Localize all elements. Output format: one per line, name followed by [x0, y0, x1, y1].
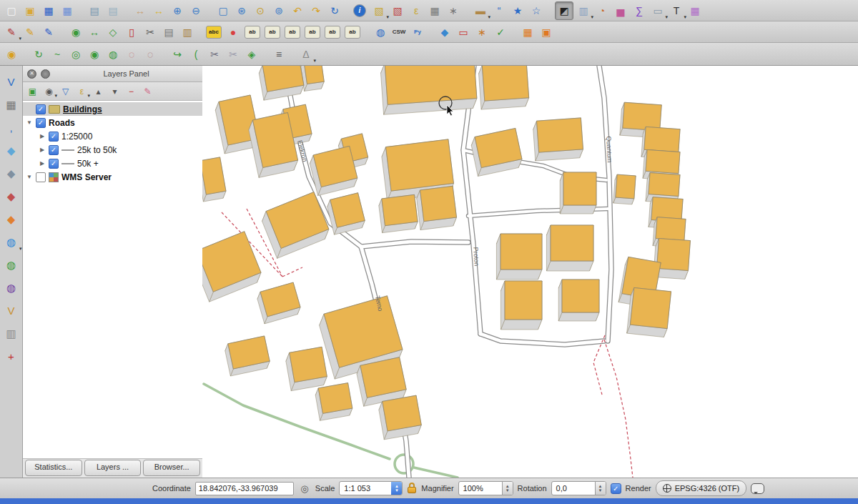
mouse-position-icon[interactable] — [298, 482, 311, 495]
labeling-abc-icon[interactable]: abc — [206, 26, 222, 39]
zoom-out-icon[interactable]: ⊖ — [187, 2, 204, 19]
extent-capture-icon[interactable]: ▭ — [455, 24, 472, 41]
close-panel-button[interactable]: ✕ — [27, 69, 36, 79]
save-layer-edits-icon[interactable]: ✎ — [40, 24, 57, 41]
add-vector-layer-icon[interactable]: V — [2, 72, 21, 91]
expand-all-icon[interactable]: ▴ — [92, 84, 105, 98]
merge-features-icon[interactable]: ◈ — [243, 46, 260, 63]
node-tool-icon[interactable]: ◇ — [104, 24, 122, 41]
labeling-options-icon[interactable]: ▥ — [575, 2, 592, 19]
add-oracle-layer-icon[interactable]: ◆ — [2, 209, 21, 228]
composer-manager-icon[interactable]: ▤ — [104, 2, 122, 19]
add-raster-layer-icon[interactable]: ▦ — [2, 95, 21, 114]
select-features-icon[interactable]: ▧ — [370, 2, 388, 19]
open-project-icon[interactable]: ▣ — [21, 2, 39, 19]
measure-icon[interactable]: ▬ — [472, 2, 489, 19]
field-calculator-icon[interactable]: ∗ — [445, 2, 462, 19]
zoom-in-icon[interactable]: ⊕ — [169, 2, 186, 19]
diagrams-icon[interactable]: ◔ — [593, 2, 611, 19]
chart-statistics-icon[interactable]: ▅ — [612, 2, 629, 19]
current-edits-icon[interactable]: ✎ — [3, 24, 20, 41]
render-checkbox[interactable] — [611, 483, 621, 494]
coordinate-input[interactable] — [195, 482, 294, 495]
layer-checkbox[interactable] — [36, 118, 46, 128]
simplify-feature-icon[interactable]: ~ — [49, 46, 66, 63]
map-canvas[interactable]: ElekronTemoProtonQuantum — [202, 66, 858, 478]
zoom-full-icon[interactable]: ⊛ — [233, 2, 250, 19]
add-group-icon[interactable]: ▣ — [26, 84, 39, 98]
osm-place-search-icon[interactable]: ▦ — [686, 2, 704, 19]
layer-item-roads[interactable]: ▼Roads — [23, 116, 202, 129]
add-ring-icon[interactable]: ◎ — [67, 46, 84, 63]
panel-tab-layers[interactable]: Layers ... — [84, 460, 142, 476]
add-virtual-layer-icon[interactable]: ▥ — [2, 324, 21, 342]
deselect-features-icon[interactable]: ▧ — [389, 2, 406, 19]
collapse-all-icon[interactable]: ▾ — [108, 84, 122, 98]
merge-attributes-icon[interactable]: ≡ — [270, 46, 287, 63]
new-bookmark-icon[interactable]: ★ — [509, 2, 526, 19]
layer-checkbox[interactable] — [49, 145, 59, 155]
panel-tab-browser[interactable]: Browser... — [143, 460, 200, 476]
zoom-actual-icon[interactable]: ▢ — [214, 2, 232, 19]
label-rotate-icon[interactable]: ab — [305, 26, 320, 39]
delete-part-icon[interactable]: ◌ — [142, 46, 159, 63]
save-project-as-icon[interactable]: ▦ — [59, 2, 76, 19]
add-delimited-text-layer-icon[interactable]: , — [2, 118, 21, 137]
zoom-last-icon[interactable]: ↶ — [289, 2, 306, 19]
float-panel-button[interactable] — [41, 69, 50, 79]
rotation-spinbox[interactable]: 0,0 — [551, 481, 606, 495]
move-feature-icon[interactable]: ↔ — [86, 24, 103, 41]
zoom-to-selection-icon[interactable]: ⊙ — [252, 2, 269, 19]
delete-selected-icon[interactable]: ▯ — [123, 24, 140, 41]
layer-item-50k[interactable]: ▶50k + — [23, 157, 202, 170]
advanced-digitizing-icon[interactable]: Δ — [297, 46, 315, 63]
identify-features-icon[interactable]: i — [353, 4, 366, 17]
label-options-ball-icon[interactable]: ● — [225, 24, 242, 41]
layer-checkbox[interactable] — [36, 172, 46, 182]
new-composer-icon[interactable]: ▤ — [86, 2, 103, 19]
add-mssql-layer-icon[interactable]: ◆ — [2, 187, 21, 205]
toggle-editing-icon[interactable]: ✎ — [21, 24, 39, 41]
panel-tab-statistics[interactable]: Statistics... — [25, 460, 82, 476]
messages-icon[interactable] — [751, 483, 764, 494]
processing-toolbox-icon[interactable]: ◆ — [436, 24, 453, 41]
zoom-next-icon[interactable]: ↷ — [307, 2, 325, 19]
magnifier-spinbox[interactable]: 100% — [458, 481, 513, 495]
label-pin-icon[interactable]: ab — [245, 26, 260, 39]
cut-features-icon[interactable]: ✂ — [142, 24, 159, 41]
statistics-sum-icon[interactable]: ∑ — [631, 2, 648, 19]
fill-ring-icon[interactable]: ◍ — [104, 46, 122, 63]
label-properties-icon[interactable]: ab — [325, 26, 340, 39]
text-annotation-icon[interactable]: T — [668, 2, 685, 19]
layer-styling-icon[interactable]: ✎ — [141, 84, 154, 98]
add-feature-icon[interactable]: ◉ — [67, 24, 84, 41]
osm-tools-icon[interactable]: ∗ — [473, 24, 490, 41]
open-attribute-table-icon[interactable]: ▦ — [426, 2, 443, 19]
save-project-icon[interactable]: ▦ — [40, 2, 57, 19]
layer-item-buildings[interactable]: Buildings — [23, 102, 202, 116]
pan-to-selection-icon[interactable]: ↔ — [150, 2, 167, 19]
grass-tools-icon[interactable]: ▦ — [519, 24, 536, 41]
select-by-expression-icon[interactable]: ε — [408, 2, 425, 19]
filter-expression-icon[interactable]: ε — [75, 84, 89, 98]
add-wcs-layer-icon[interactable]: ◍ — [2, 255, 21, 274]
expander-icon[interactable]: ▶ — [39, 160, 46, 167]
manage-visibility-icon[interactable]: ◉ — [42, 84, 56, 98]
offset-curve-icon[interactable]: ( — [187, 46, 204, 63]
add-wfs-layer-icon[interactable]: ◍ — [2, 278, 21, 297]
grass-region-icon[interactable]: ▣ — [538, 24, 555, 41]
new-shapefile-layer-icon[interactable]: V — [2, 301, 21, 320]
split-parts-icon[interactable]: ✂ — [225, 46, 242, 63]
layer-checkbox[interactable] — [49, 132, 59, 142]
expander-icon[interactable]: ▼ — [26, 174, 33, 180]
python-console-icon[interactable]: Py — [409, 24, 426, 41]
stepper-icon[interactable] — [502, 482, 513, 495]
add-postgis-layer-icon[interactable]: ◆ — [2, 164, 21, 182]
stepper-icon[interactable] — [595, 482, 606, 495]
add-spatialite-layer-icon[interactable]: ◆ — [2, 141, 21, 159]
ruler-tool-icon[interactable]: ▭ — [649, 2, 666, 19]
paste-features-icon[interactable]: ▥ — [179, 24, 196, 41]
split-features-icon[interactable]: ✂ — [206, 46, 223, 63]
label-move-icon[interactable]: ab — [285, 26, 300, 39]
crs-status-button[interactable]: EPSG:4326 (OTF) — [656, 480, 746, 496]
